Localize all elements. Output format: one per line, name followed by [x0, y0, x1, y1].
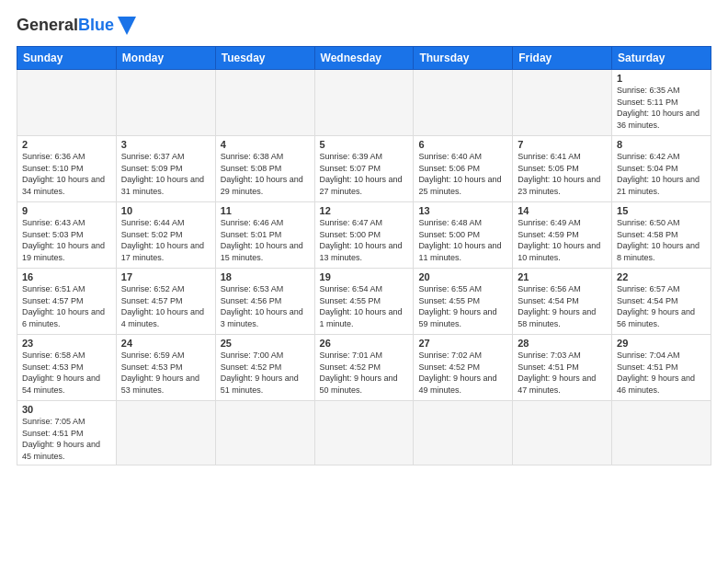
day-info: Sunrise: 6:59 AM Sunset: 4:53 PM Dayligh…: [121, 350, 210, 396]
calendar-cell: 2Sunrise: 6:36 AM Sunset: 5:10 PM Daylig…: [17, 136, 117, 202]
day-info: Sunrise: 6:56 AM Sunset: 4:54 PM Dayligh…: [518, 283, 607, 329]
calendar-cell: 21Sunrise: 6:56 AM Sunset: 4:54 PM Dayli…: [513, 269, 612, 335]
day-info: Sunrise: 6:38 AM Sunset: 5:08 PM Dayligh…: [221, 151, 310, 197]
calendar-cell: [116, 70, 215, 136]
calendar-cell: 28Sunrise: 7:03 AM Sunset: 4:51 PM Dayli…: [513, 335, 612, 401]
calendar-cell: 8Sunrise: 6:42 AM Sunset: 5:04 PM Daylig…: [612, 136, 711, 202]
day-info: Sunrise: 6:57 AM Sunset: 4:54 PM Dayligh…: [617, 283, 706, 329]
calendar-cell: 19Sunrise: 6:54 AM Sunset: 4:55 PM Dayli…: [314, 269, 414, 335]
calendar-cell: [513, 401, 612, 465]
calendar-cell: [215, 70, 314, 136]
calendar-cell: 12Sunrise: 6:47 AM Sunset: 5:00 PM Dayli…: [314, 202, 414, 269]
calendar-cell: 18Sunrise: 6:53 AM Sunset: 4:56 PM Dayli…: [215, 269, 314, 335]
day-number: 1: [617, 73, 706, 84]
day-number: 10: [121, 205, 210, 216]
day-info: Sunrise: 6:41 AM Sunset: 5:05 PM Dayligh…: [518, 151, 607, 197]
day-number: 25: [221, 338, 310, 349]
day-info: Sunrise: 7:00 AM Sunset: 4:52 PM Dayligh…: [221, 350, 310, 396]
calendar-cell: 7Sunrise: 6:41 AM Sunset: 5:05 PM Daylig…: [513, 136, 612, 202]
col-header-monday: Monday: [116, 47, 215, 70]
day-info: Sunrise: 7:03 AM Sunset: 4:51 PM Dayligh…: [518, 350, 607, 396]
calendar-cell: [513, 70, 612, 136]
calendar-cell: 22Sunrise: 6:57 AM Sunset: 4:54 PM Dayli…: [612, 269, 711, 335]
day-number: 6: [418, 139, 507, 150]
day-info: Sunrise: 6:50 AM Sunset: 4:58 PM Dayligh…: [617, 217, 706, 263]
day-info: Sunrise: 6:37 AM Sunset: 5:09 PM Dayligh…: [121, 151, 210, 197]
calendar-cell: 30Sunrise: 7:05 AM Sunset: 4:51 PM Dayli…: [17, 401, 117, 465]
day-info: Sunrise: 6:47 AM Sunset: 5:00 PM Dayligh…: [320, 217, 409, 263]
day-number: 15: [617, 205, 706, 216]
calendar-cell: 14Sunrise: 6:49 AM Sunset: 4:59 PM Dayli…: [513, 202, 612, 269]
calendar-cell: 24Sunrise: 6:59 AM Sunset: 4:53 PM Dayli…: [116, 335, 215, 401]
day-info: Sunrise: 7:02 AM Sunset: 4:52 PM Dayligh…: [418, 350, 507, 396]
day-info: Sunrise: 6:46 AM Sunset: 5:01 PM Dayligh…: [221, 217, 310, 263]
col-header-friday: Friday: [513, 47, 612, 70]
calendar-cell: 17Sunrise: 6:52 AM Sunset: 4:57 PM Dayli…: [116, 269, 215, 335]
day-info: Sunrise: 6:54 AM Sunset: 4:55 PM Dayligh…: [320, 283, 409, 329]
calendar-cell: 6Sunrise: 6:40 AM Sunset: 5:06 PM Daylig…: [414, 136, 513, 202]
col-header-sunday: Sunday: [17, 47, 117, 70]
calendar-cell: [612, 401, 711, 465]
day-number: 29: [617, 338, 706, 349]
day-info: Sunrise: 6:44 AM Sunset: 5:02 PM Dayligh…: [121, 217, 210, 263]
day-info: Sunrise: 6:51 AM Sunset: 4:57 PM Dayligh…: [22, 283, 111, 329]
day-number: 11: [221, 205, 310, 216]
day-number: 21: [518, 271, 607, 282]
day-number: 5: [320, 139, 409, 150]
calendar-cell: [116, 401, 215, 465]
day-number: 24: [121, 338, 210, 349]
day-info: Sunrise: 7:05 AM Sunset: 4:51 PM Dayligh…: [22, 416, 111, 462]
calendar-cell: 9Sunrise: 6:43 AM Sunset: 5:03 PM Daylig…: [17, 202, 117, 269]
day-number: 23: [22, 338, 111, 349]
calendar-cell: [414, 70, 513, 136]
calendar-cell: 10Sunrise: 6:44 AM Sunset: 5:02 PM Dayli…: [116, 202, 215, 269]
logo-svg: GeneralBlue: [17, 17, 114, 35]
calendar-cell: 11Sunrise: 6:46 AM Sunset: 5:01 PM Dayli…: [215, 202, 314, 269]
day-number: 26: [320, 338, 409, 349]
day-number: 22: [617, 271, 706, 282]
calendar-cell: 13Sunrise: 6:48 AM Sunset: 5:00 PM Dayli…: [414, 202, 513, 269]
calendar-cell: 1Sunrise: 6:35 AM Sunset: 5:11 PM Daylig…: [612, 70, 711, 136]
col-header-thursday: Thursday: [414, 47, 513, 70]
header: GeneralBlue: [17, 17, 711, 35]
calendar-cell: 16Sunrise: 6:51 AM Sunset: 4:57 PM Dayli…: [17, 269, 117, 335]
day-info: Sunrise: 6:52 AM Sunset: 4:57 PM Dayligh…: [121, 283, 210, 329]
calendar-cell: [314, 70, 414, 136]
page: GeneralBlue SundayMondayTuesdayWednesday…: [0, 0, 728, 563]
day-number: 18: [221, 271, 310, 282]
calendar-cell: 29Sunrise: 7:04 AM Sunset: 4:51 PM Dayli…: [612, 335, 711, 401]
day-info: Sunrise: 6:39 AM Sunset: 5:07 PM Dayligh…: [320, 151, 409, 197]
day-number: 14: [518, 205, 607, 216]
day-info: Sunrise: 6:36 AM Sunset: 5:10 PM Dayligh…: [22, 151, 111, 197]
day-number: 28: [518, 338, 607, 349]
calendar-cell: [215, 401, 314, 465]
calendar-cell: 4Sunrise: 6:38 AM Sunset: 5:08 PM Daylig…: [215, 136, 314, 202]
calendar-cell: 5Sunrise: 6:39 AM Sunset: 5:07 PM Daylig…: [314, 136, 414, 202]
day-number: 3: [121, 139, 210, 150]
day-number: 9: [22, 205, 111, 216]
day-number: 20: [418, 271, 507, 282]
day-number: 30: [22, 404, 111, 415]
calendar-cell: 26Sunrise: 7:01 AM Sunset: 4:52 PM Dayli…: [314, 335, 414, 401]
calendar-cell: 15Sunrise: 6:50 AM Sunset: 4:58 PM Dayli…: [612, 202, 711, 269]
calendar-cell: 20Sunrise: 6:55 AM Sunset: 4:55 PM Dayli…: [414, 269, 513, 335]
col-header-wednesday: Wednesday: [314, 47, 414, 70]
day-info: Sunrise: 7:04 AM Sunset: 4:51 PM Dayligh…: [617, 350, 706, 396]
logo: GeneralBlue: [17, 17, 136, 35]
day-number: 13: [418, 205, 507, 216]
day-info: Sunrise: 6:40 AM Sunset: 5:06 PM Dayligh…: [418, 151, 507, 197]
col-header-tuesday: Tuesday: [215, 47, 314, 70]
day-number: 12: [320, 205, 409, 216]
day-info: Sunrise: 6:43 AM Sunset: 5:03 PM Dayligh…: [22, 217, 111, 263]
day-info: Sunrise: 6:55 AM Sunset: 4:55 PM Dayligh…: [418, 283, 507, 329]
day-info: Sunrise: 7:01 AM Sunset: 4:52 PM Dayligh…: [320, 350, 409, 396]
day-number: 19: [320, 271, 409, 282]
col-header-saturday: Saturday: [612, 47, 711, 70]
calendar: SundayMondayTuesdayWednesdayThursdayFrid…: [17, 46, 711, 465]
day-info: Sunrise: 6:49 AM Sunset: 4:59 PM Dayligh…: [518, 217, 607, 263]
calendar-cell: [414, 401, 513, 465]
calendar-cell: [17, 70, 117, 136]
svg-marker-0: [118, 17, 136, 35]
day-info: Sunrise: 6:42 AM Sunset: 5:04 PM Dayligh…: [617, 151, 706, 197]
day-number: 2: [22, 139, 111, 150]
